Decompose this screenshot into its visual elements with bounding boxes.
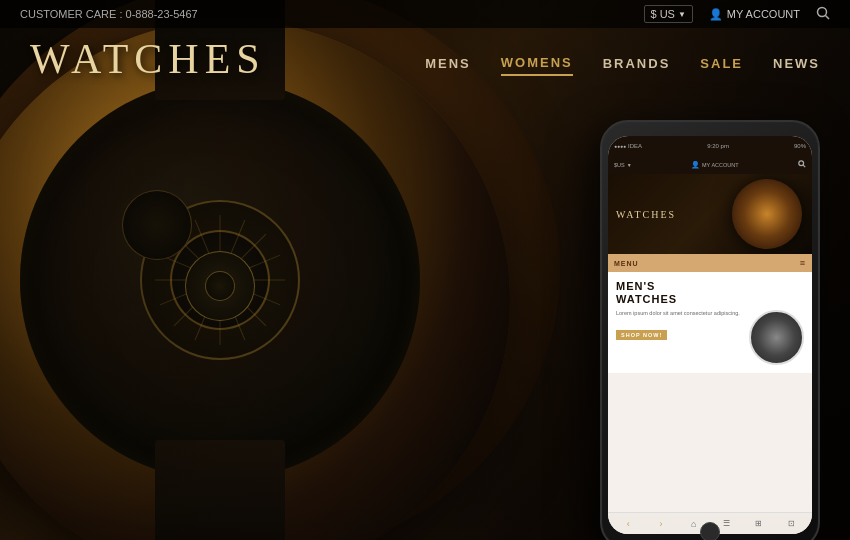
phone-watch-thumbnail: [749, 310, 804, 365]
phone-currency-arrow: ▼: [627, 162, 632, 168]
phone-watch-mini: [732, 179, 802, 249]
strap-bottom: [155, 440, 285, 540]
phone-nav-grid[interactable]: ⊞: [753, 518, 765, 530]
phone-menu-bar: MENU ≡: [608, 254, 812, 272]
phone-currency: $US ▼: [614, 162, 632, 168]
phone-menu-label: MENU: [614, 260, 639, 267]
phone-header: $US ▼ 👤 MY ACCOUNT: [608, 156, 812, 174]
nav-link-news[interactable]: NEWS: [773, 56, 820, 75]
nav-links: MENS WOMENS BRANDS SALE NEWS: [425, 55, 820, 76]
phone-content-title: MEN'S WATCHES: [616, 280, 804, 306]
phone-home-button[interactable]: [700, 522, 720, 540]
logo: WATCHES: [30, 38, 266, 80]
phone-status-bar: ●●●● IDEA 9:20 pm 90%: [608, 136, 812, 156]
phone-nav-home[interactable]: ⌂: [688, 518, 700, 530]
phone-hamburger-icon: ≡: [800, 258, 806, 268]
nav-link-sale[interactable]: SALE: [700, 56, 743, 75]
watch-face: [20, 80, 420, 480]
phone-nav-forward[interactable]: ›: [655, 518, 667, 530]
phone-nav-back[interactable]: ‹: [622, 518, 634, 530]
phone-nav-menu[interactable]: ☰: [720, 518, 732, 530]
nav-link-mens[interactable]: MENS: [425, 56, 471, 75]
phone-account-icon: 👤: [691, 161, 700, 169]
phone-title-line1: MEN'S: [616, 280, 804, 293]
phone-content: MEN'S WATCHES Lorem ipsum dolor sit amet…: [608, 272, 812, 373]
phone-description: Lorem ipsum dolor sit amet consectetur a…: [616, 310, 743, 318]
logo-text: WATCHES: [30, 36, 266, 82]
phone-mockup: ●●●● IDEA 9:20 pm 90% $US ▼ 👤 MY ACCOUNT: [600, 120, 820, 540]
tourbillon: [185, 251, 255, 321]
phone-shop-button[interactable]: SHOP NOW!: [616, 330, 667, 340]
nav-link-brands[interactable]: BRANDS: [603, 56, 671, 75]
phone-nav-bookmark[interactable]: ⊡: [786, 518, 798, 530]
phone-time: 9:20 pm: [707, 143, 729, 149]
phone-title-line2: WATCHES: [616, 293, 804, 306]
main-nav: WATCHES MENS WOMENS BRANDS SALE NEWS: [0, 0, 850, 100]
phone-content-body: Lorem ipsum dolor sit amet consectetur a…: [616, 310, 804, 365]
phone-hero: WATCHES: [608, 174, 812, 254]
phone-signal: ●●●● IDEA: [614, 143, 642, 149]
phone-screen: ●●●● IDEA 9:20 pm 90% $US ▼ 👤 MY ACCOUNT: [608, 136, 812, 534]
phone-search-icon: [798, 160, 806, 170]
svg-line-3: [803, 165, 805, 167]
watch-gears-container: [80, 140, 360, 420]
phone-logo: WATCHES: [616, 209, 676, 220]
phone-text-area: Lorem ipsum dolor sit amet consectetur a…: [616, 310, 743, 341]
hero-section: CUSTOMER CARE : 0-888-23-5467 $ US ▼ 👤 M…: [0, 0, 850, 540]
svg-point-2: [799, 161, 804, 166]
nav-link-womens[interactable]: WOMENS: [501, 55, 573, 76]
phone-account: 👤 MY ACCOUNT: [691, 161, 739, 169]
gear-secondary: [122, 190, 192, 260]
tourbillon-inner: [205, 271, 235, 301]
phone-battery: 90%: [794, 143, 806, 149]
